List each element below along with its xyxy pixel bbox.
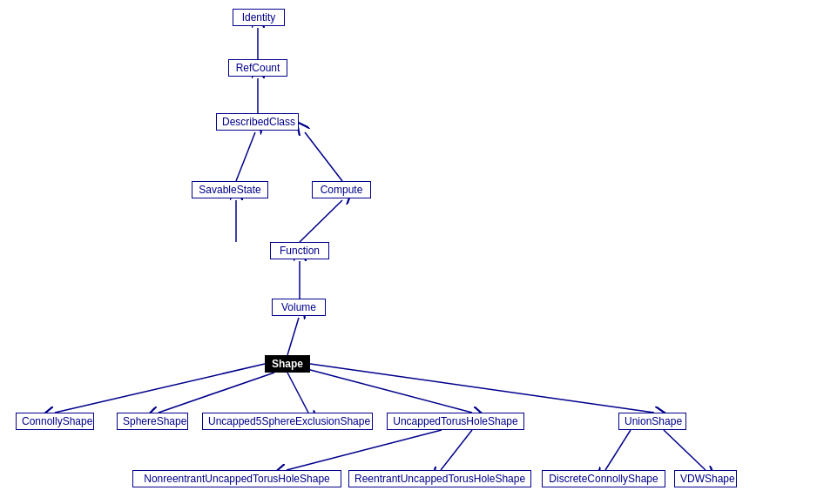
diagram-container: Identity RefCount DescribedClass Savable… [0,0,817,504]
node-connollyshape[interactable]: ConnollyShape [16,413,94,430]
node-uncapped5sphere[interactable]: Uncapped5SphereExclusionShape [202,413,373,430]
arrow-uncapped5-shape [287,373,308,413]
arrow-savablestate-described [236,132,255,181]
arrow-shape-volume [287,318,299,355]
node-sphereshape[interactable]: SphereShape [117,413,188,430]
node-vdwshape[interactable]: VDWShape [674,470,737,487]
arrow-nonreentrant-uncappedtorus [287,430,442,470]
node-shape[interactable]: Shape [265,355,310,373]
arrow-reentrant-uncappedtorus [441,430,472,470]
node-discreteconnolly[interactable]: DiscreteConnollyShape [542,470,665,487]
arrow-sphere-shape [159,373,274,413]
node-identity[interactable]: Identity [233,9,285,26]
node-compute[interactable]: Compute [312,181,371,198]
arrow-connolly-shape [55,364,265,413]
node-function[interactable]: Function [270,242,329,259]
node-unionshape[interactable]: UnionShape [618,413,686,430]
node-volume[interactable]: Volume [272,299,326,316]
node-describedclass[interactable]: DescribedClass [216,113,299,131]
arrow-discrete-union [605,430,631,470]
node-uncappedtorus[interactable]: UncappedTorusHoleShape [387,413,524,430]
node-refcount[interactable]: RefCount [228,59,287,77]
arrow-compute-described [305,132,342,181]
node-savablestate[interactable]: SavableState [192,181,268,198]
node-nonreentrant[interactable]: NonreentrantUncappedTorusHoleShape [132,470,341,487]
arrow-function-compute [300,200,342,242]
arrow-vdw-union [664,430,706,470]
node-reentrant[interactable]: ReentrantUncappedTorusHoleShape [348,470,531,487]
arrow-union-shape [310,364,654,413]
